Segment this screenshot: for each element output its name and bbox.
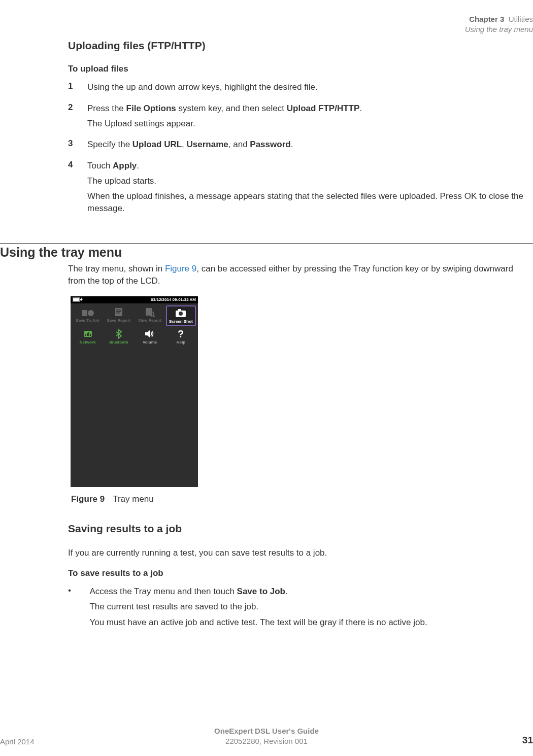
svg-rect-17: [85, 334, 86, 336]
tray-label: Save To Job: [73, 318, 103, 323]
step-line: When the upload finishes, a message appe…: [87, 190, 529, 215]
svg-rect-6: [115, 308, 122, 316]
bullet-line: The current test results are saved to th…: [89, 601, 531, 613]
svg-rect-9: [116, 313, 120, 314]
footer-title: OneExpert DSL User's Guide: [0, 726, 533, 736]
svg-line-12: [153, 316, 155, 317]
subhead-save: To save results to a job: [68, 568, 533, 578]
tray-camera[interactable]: Screen Shot: [166, 305, 196, 326]
tray-volume[interactable]: Volume: [135, 327, 165, 346]
tray-label: Screen Shot: [167, 319, 195, 324]
header-section: Using the tray menu: [465, 24, 533, 35]
tray-label: Volume: [135, 340, 165, 345]
page-footer: OneExpert DSL User's Guide 22052280, Rev…: [0, 726, 533, 746]
figure-caption: Figure 9Tray menu: [71, 494, 533, 504]
tray-save-job[interactable]: Save To Job: [73, 305, 103, 326]
battery-icon: [73, 297, 83, 302]
step: 3Specify the Upload URL, Username, and P…: [68, 139, 533, 154]
page-header: Chapter 3 Utilities Using the tray menu: [465, 14, 533, 34]
step-body: Using the up and down arrow keys, highli…: [87, 81, 529, 96]
tray-help[interactable]: ?Help: [166, 327, 196, 346]
chapter-label: Chapter 3: [469, 15, 504, 23]
bullet-body: Access the Tray menu and then touch Save…: [89, 586, 531, 632]
svg-rect-20: [90, 334, 91, 336]
page-number: 31: [522, 735, 533, 746]
camera-icon: [167, 307, 195, 319]
subhead-upload: To upload files: [68, 64, 533, 74]
tray-screenshot: 03/12/2014 09:01:32 AM Save To JobSave R…: [71, 296, 198, 487]
svg-rect-2: [73, 298, 79, 301]
tray-status-bar: 03/12/2014 09:01:32 AM: [71, 296, 198, 303]
heading-tray: Using the tray menu: [0, 245, 533, 260]
step: 2Press the File Options system key, and …: [68, 102, 533, 133]
step-body: Specify the Upload URL, Username, and Pa…: [87, 139, 529, 154]
figure-link[interactable]: Figure 9: [165, 264, 196, 273]
tray-grid: Save To JobSave ReportView ReportScreen …: [73, 305, 196, 346]
tray-view-report[interactable]: View Report: [135, 305, 165, 326]
step-number: 3: [68, 139, 87, 149]
step-number: 1: [68, 81, 87, 91]
bullet-icon: •: [68, 586, 87, 596]
svg-point-15: [179, 312, 183, 316]
footer-date: April 2014: [0, 737, 35, 746]
svg-rect-19: [88, 332, 89, 336]
step-body: Touch Apply.The upload starts.When the u…: [87, 160, 529, 217]
heading-saving: Saving results to a job: [68, 523, 533, 535]
tray-label: View Report: [135, 318, 165, 323]
section-divider: [0, 243, 533, 244]
tray-save-report[interactable]: Save Report: [104, 305, 134, 326]
view-report-icon: [135, 306, 165, 318]
svg-rect-1: [80, 299, 81, 300]
network-icon: [73, 328, 103, 339]
help-icon: ?: [166, 328, 196, 339]
step-line: Press the File Options system key, and t…: [87, 102, 529, 115]
tray-network[interactable]: Network: [73, 327, 103, 346]
step-body: Press the File Options system key, and t…: [87, 102, 529, 133]
bullet-item: • Access the Tray menu and then touch Sa…: [68, 586, 533, 632]
tray-intro: The tray menu, shown in Figure 9, can be…: [68, 263, 525, 287]
step-line: Touch Apply.: [87, 160, 529, 172]
step: 1Using the up and down arrow keys, highl…: [68, 81, 533, 96]
svg-point-5: [89, 310, 92, 313]
svg-rect-8: [116, 311, 121, 312]
bluetooth-icon: [104, 328, 134, 339]
bullet-line: You must have an active job and active t…: [89, 616, 531, 629]
svg-rect-3: [82, 310, 87, 316]
svg-text:?: ?: [178, 329, 184, 339]
tray-label: Network: [73, 340, 103, 345]
svg-rect-14: [178, 309, 181, 311]
step-number: 2: [68, 102, 87, 113]
step-line: Specify the Upload URL, Username, and Pa…: [87, 139, 529, 151]
saving-intro: If you are currently running a test, you…: [68, 547, 525, 559]
save-report-icon: [104, 306, 134, 318]
tray-label: Help: [166, 340, 196, 345]
tray-bluetooth[interactable]: Bluetooth: [104, 327, 134, 346]
tray-label: Bluetooth: [104, 340, 134, 345]
step-line: The Upload settings appear.: [87, 118, 529, 130]
svg-rect-18: [87, 333, 88, 336]
step-list: 1Using the up and down arrow keys, highl…: [0, 81, 533, 217]
tray-timestamp: 03/12/2014 09:01:32 AM: [151, 297, 196, 302]
step-line: Using the up and down arrow keys, highli…: [87, 81, 529, 93]
save-job-icon: [73, 306, 103, 318]
volume-icon: [135, 328, 165, 339]
step-number: 4: [68, 160, 87, 170]
tray-label: Save Report: [104, 318, 134, 323]
step-line: The upload starts.: [87, 175, 529, 187]
step: 4Touch Apply.The upload starts.When the …: [68, 160, 533, 217]
heading-uploading: Uploading files (FTP/HTTP): [68, 40, 533, 52]
bullet-line: Access the Tray menu and then touch Save…: [89, 586, 531, 598]
svg-rect-7: [116, 310, 121, 311]
footer-docnum: 22052280, Revision 001: [0, 736, 533, 746]
